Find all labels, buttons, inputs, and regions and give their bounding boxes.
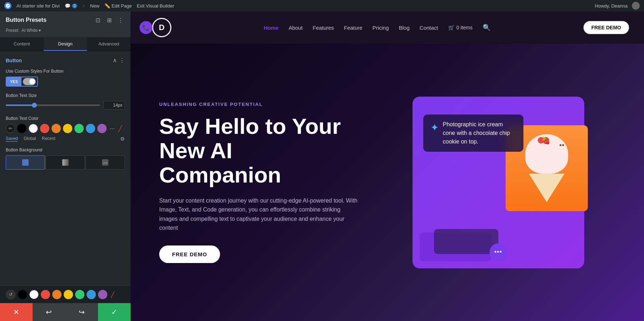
color-swatch-edit[interactable]: ✏ <box>6 124 15 133</box>
separator: + <box>82 3 85 9</box>
nav-link-about[interactable]: About <box>289 25 303 31</box>
edit-page-label: Edit Page <box>112 3 132 9</box>
main-area: Button Presets ⊡ ⊞ ⋮ Preset: AI White ▾ … <box>0 11 644 321</box>
color-swatch-yellow[interactable] <box>63 124 72 133</box>
color-swatch-purple[interactable] <box>97 124 107 133</box>
nav-link-contact[interactable]: Contact <box>420 25 438 31</box>
nav-cart[interactable]: 🛒 0 items <box>448 25 473 30</box>
global-swatch-yellow[interactable] <box>64 290 73 299</box>
wordpress-icon[interactable] <box>4 2 11 9</box>
exit-builder-link[interactable]: Exit Visual Builder <box>137 3 174 9</box>
tab-design[interactable]: Design <box>44 38 87 51</box>
preset-value[interactable]: AI White ▾ <box>21 28 41 33</box>
color-swatch-white[interactable] <box>29 124 38 133</box>
color-tab-saved[interactable]: Saved <box>6 136 18 142</box>
toggle-yes-label[interactable]: YES <box>6 77 21 86</box>
global-swatch-blue[interactable] <box>87 290 96 299</box>
float-btn-dots: ••• <box>494 248 502 256</box>
toggle-container: YES <box>6 77 125 87</box>
nav-link-pricing[interactable]: Pricing <box>372 25 389 31</box>
nav-link-home[interactable]: Home <box>264 25 279 31</box>
color-tab-global[interactable]: Global <box>24 136 36 142</box>
yes-no-toggle[interactable]: YES <box>6 77 38 87</box>
panel-title: Button Presets <box>6 17 47 23</box>
text-color-label: Button Text Color <box>6 116 125 121</box>
ai-tooltip: ✦ Photographic ice cream cone with a cho… <box>423 115 523 152</box>
comments-link[interactable]: 💬 0 <box>65 3 78 9</box>
color-swatch-blue[interactable] <box>86 124 95 133</box>
bg-gradient-option[interactable] <box>46 155 85 170</box>
more-colors-icon[interactable]: ··· <box>109 125 115 132</box>
site-name-link[interactable]: AI starter site for Divi <box>16 3 60 9</box>
hero-cta-button[interactable]: FREE DEMO <box>159 245 220 263</box>
section-options-icon[interactable]: ⋮ <box>119 57 125 64</box>
preset-label: Preset: <box>6 28 19 33</box>
user-avatar[interactable] <box>632 2 640 10</box>
nav-demo-button[interactable]: FREE DEMO <box>583 20 630 35</box>
text-size-label: Button Text Size <box>6 93 125 98</box>
admin-bar-right: Howdy, Deanna <box>595 2 640 10</box>
more-icon[interactable]: ⋮ <box>116 16 125 24</box>
hero-description: Start your content creation journey with… <box>159 196 360 233</box>
site-navigation: 📞 D Home About Features Feature Pricing … <box>131 11 644 44</box>
bottom-toolbar: ✕ ↩ ↪ ✓ <box>0 303 131 321</box>
pencil-icon: ✏ <box>9 126 12 131</box>
slider-row <box>6 101 125 110</box>
redo-button[interactable]: ↪ <box>65 303 98 321</box>
comment-count: 0 <box>72 4 78 8</box>
collapse-icon[interactable]: ∧ <box>113 57 117 64</box>
color-swatch-orange[interactable] <box>52 124 61 133</box>
nav-link-blog[interactable]: Blog <box>399 25 410 31</box>
minimize-icon[interactable]: ⊡ <box>93 16 102 24</box>
color-swatch-green[interactable] <box>74 124 84 133</box>
color-reset-icon[interactable]: ╱ <box>118 125 122 132</box>
phone-button[interactable]: 📞 <box>140 21 152 34</box>
color-swatch-black[interactable] <box>17 124 26 133</box>
float-action-button[interactable]: ••• <box>489 243 507 261</box>
toggle-slider[interactable] <box>23 78 36 85</box>
global-pencil-icon[interactable]: ╱ <box>111 291 114 298</box>
ai-tooltip-content: ✦ Photographic ice cream cone with a cho… <box>430 120 516 146</box>
new-link[interactable]: New <box>90 3 99 9</box>
cookie-dots <box>559 141 565 148</box>
bg-solid-option[interactable] <box>6 155 45 170</box>
panel-title-icons: ⊡ ⊞ ⋮ <box>93 16 125 24</box>
save-button[interactable]: ✓ <box>98 303 131 321</box>
text-size-input[interactable] <box>103 101 125 110</box>
nav-link-feature[interactable]: Feature <box>344 25 362 31</box>
custom-styles-row: Use Custom Styles For Button YES <box>6 69 125 87</box>
color-tab-row: Saved Global Recent ⚙ <box>6 136 125 142</box>
tab-content[interactable]: Content <box>0 38 44 51</box>
cart-label: 0 items <box>457 25 473 30</box>
bg-image-option[interactable] <box>86 155 125 170</box>
text-size-slider[interactable] <box>6 104 100 106</box>
global-swatch-white[interactable] <box>29 290 39 299</box>
global-swatch-black[interactable] <box>18 290 27 299</box>
color-settings-icon[interactable]: ⚙ <box>120 136 125 142</box>
left-panel: Button Presets ⊡ ⊞ ⋮ Preset: AI White ▾ … <box>0 11 131 321</box>
nav-link-features[interactable]: Features <box>313 25 334 31</box>
hero-title: Say Hello to Your New AI Companion <box>159 114 360 188</box>
edit-page-link[interactable]: ✏️ Edit Page <box>104 3 132 9</box>
cancel-button[interactable]: ✕ <box>0 303 33 321</box>
section-controls: ∧ ⋮ <box>113 57 125 64</box>
color-swatch-red[interactable] <box>40 124 49 133</box>
bg-options <box>6 155 125 170</box>
global-swatch-green[interactable] <box>75 290 84 299</box>
color-tab-recent[interactable]: Recent <box>42 136 55 142</box>
bg-label: Button Background <box>6 147 125 152</box>
custom-styles-label: Use Custom Styles For Button <box>6 69 125 74</box>
search-icon[interactable]: 🔍 <box>483 24 491 31</box>
ice-cream-scoop: 🍓 <box>525 134 568 174</box>
global-swatch-purple[interactable] <box>98 290 107 299</box>
nav-links: Home About Features Feature Pricing Blog… <box>264 24 491 31</box>
lower-dark-card <box>434 229 498 254</box>
expand-icon[interactable]: ⊞ <box>105 16 113 24</box>
tab-advanced[interactable]: Advanced <box>87 38 131 51</box>
svg-rect-0 <box>22 159 29 166</box>
global-swatch-red[interactable] <box>41 290 50 299</box>
website-preview: 📞 D Home About Features Feature Pricing … <box>131 11 644 321</box>
global-swatch-orange[interactable] <box>52 290 62 299</box>
undo-button[interactable]: ↩ <box>33 303 65 321</box>
global-reset-btn[interactable]: ↺ <box>6 290 16 300</box>
